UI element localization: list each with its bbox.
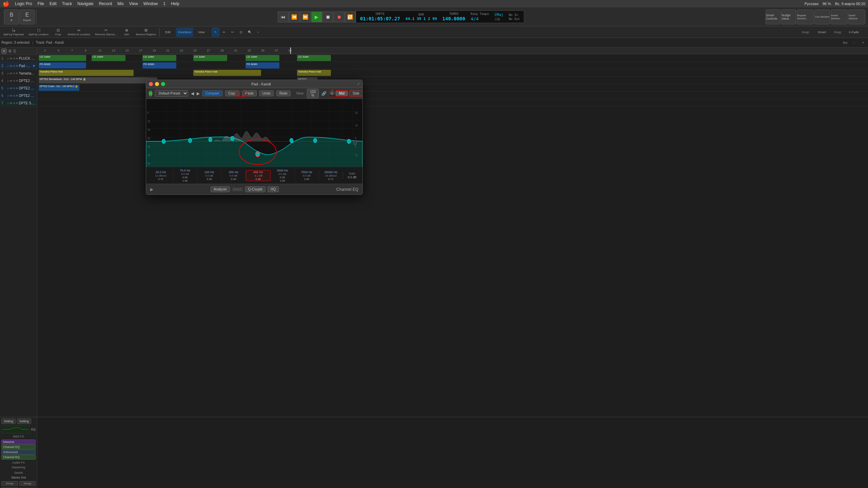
track-6-record[interactable]: R [16, 94, 18, 97]
eq-band-8-handle[interactable] [347, 139, 351, 144]
track-4[interactable]: 4 ♪ M S R DPTE2 B...140 BPM [0, 77, 37, 85]
region-dpte2-crash[interactable]: DPTE2 Crash - 011 - 140 BPM.2 🔒 [39, 85, 79, 91]
menu-edit[interactable]: Edit [50, 1, 57, 6]
channel-eq-plugin-1[interactable]: Channel EQ [1, 445, 36, 449]
region-yamaha-1[interactable]: Yamaha Piano Hall [39, 70, 134, 76]
repeat-section-button[interactable]: Repeat Section [797, 9, 814, 24]
group-button[interactable]: Group [1, 481, 18, 486]
menu-navigate[interactable]: Navigate [77, 1, 93, 6]
track-6-solo[interactable]: S [13, 94, 15, 97]
eq-preset-select[interactable]: Default Preset [155, 90, 188, 97]
track-7[interactable]: 7 ♪ M S R DPTE S...rop - 028 [0, 100, 37, 107]
snap-select[interactable]: Smart [812, 27, 832, 37]
group-button-2[interactable]: Group [19, 481, 36, 486]
massive-plugin[interactable]: Massive [1, 440, 36, 444]
zoom-in-button[interactable]: + [860, 39, 867, 46]
region-ld-juliet-6[interactable]: LD Juliet [297, 55, 331, 61]
track-1[interactable]: 1 ♪ M S R PLUCK - Chilled [0, 55, 37, 62]
track-4-record[interactable]: R [16, 79, 18, 82]
stretch-to-locators-button[interactable]: ⇔ Stretch to Locators [65, 27, 92, 37]
eq-power-button[interactable]: ⏻ [149, 91, 152, 96]
record-button[interactable]: ⏺ [334, 12, 344, 22]
view-menu-button[interactable]: View [195, 27, 208, 37]
region-ld-juliet-2[interactable]: LD Juliet [92, 55, 125, 61]
track-4-mute[interactable]: M [10, 79, 12, 82]
track-5-solo[interactable]: S [13, 87, 15, 90]
functions-menu-button[interactable]: Functions [176, 27, 193, 37]
eq-gain-control[interactable] [353, 141, 357, 145]
remove-silence-button[interactable]: ✂ Remove Silence... [93, 27, 119, 37]
insert-silence-button[interactable]: Insert Silence [848, 9, 865, 24]
track-1-solo[interactable]: S [13, 57, 15, 60]
track-3[interactable]: 3 ♪ M S R Yamaha Piano Hall [0, 70, 37, 77]
analyzer-button[interactable]: Analyzer [211, 186, 230, 192]
drag-select[interactable]: X-Fade [844, 27, 864, 37]
region-dpte2-breakbeat-1[interactable]: DPTE2 Breakbeat - 013 - 140 BPM 🔒 [39, 77, 157, 83]
export-button[interactable]: E Export [20, 9, 35, 24]
track-5[interactable]: 5 ♪ M S R DPTE2 C...140 BPM [0, 85, 37, 92]
eq-band-3-handle[interactable] [209, 138, 212, 142]
play-button[interactable]: ▶ [311, 12, 322, 22]
eq-undo-button[interactable]: Undo [259, 90, 274, 96]
zoom-tool-button[interactable]: 🔍 [245, 27, 254, 37]
channel-eq-plugin-2[interactable]: Channel EQ [1, 455, 36, 460]
marquee-tool-button[interactable]: ⊡ [237, 27, 245, 37]
track-6-mute[interactable]: M [10, 94, 12, 97]
insert-section-button[interactable]: Insert Section [831, 9, 848, 24]
menu-mix[interactable]: Mix [117, 1, 124, 6]
region-ld-juliet-4[interactable]: LD Juliet [193, 55, 227, 61]
track-3-record[interactable]: R [16, 72, 18, 75]
eq-paste-button[interactable]: Paste [242, 90, 257, 96]
nudge-button[interactable]: Nudge Value [781, 9, 796, 24]
eq-window-close[interactable] [149, 82, 153, 86]
eq-copy-button[interactable]: Copy [225, 90, 239, 96]
eq-window-maximize[interactable] [161, 82, 165, 86]
track-7-solo[interactable]: S [13, 102, 15, 105]
hq-button[interactable]: HQ [268, 186, 279, 192]
track-5-record[interactable]: R [16, 87, 18, 90]
setting-2-button[interactable]: Setting [17, 419, 31, 424]
scissors-tool-button[interactable]: ✂ [229, 27, 237, 37]
region-pd-b080-2[interactable]: PD B080 [142, 62, 176, 68]
fast-back-button[interactable]: ⏪ [289, 12, 300, 22]
eq-mode-power[interactable]: ⏻ [330, 90, 335, 95]
split-by-locators-button[interactable]: ⏐⏐ Split by Locators [26, 27, 51, 37]
eq-band-4-handle[interactable] [231, 136, 234, 141]
pencil-tool-button[interactable]: ✏ [220, 27, 228, 37]
split-by-payhead-button[interactable]: ⏐▶ Split by Payhead [1, 27, 26, 37]
region-pd-b080-1[interactable]: PD B080 [39, 62, 86, 68]
track-7-record[interactable]: R [16, 102, 18, 105]
eq-view-percent[interactable]: 110 % [307, 89, 319, 98]
eq-next-button[interactable]: ▶ [197, 91, 200, 96]
menu-help[interactable]: Help [171, 1, 179, 6]
track-3-mute[interactable]: M [10, 72, 12, 75]
eq-side-button[interactable]: Side [349, 90, 363, 96]
arts-acoust-plugin[interactable]: ArtsAcoust [1, 450, 36, 454]
fast-forward-button[interactable]: ⏩ [300, 12, 311, 22]
cut-section-button[interactable]: Cut Section [814, 9, 830, 24]
stop-button[interactable]: ⏹ [322, 12, 333, 22]
eq-redo-button[interactable]: Redo [276, 90, 291, 96]
track-2-solo[interactable]: S [13, 64, 15, 67]
track-1-record[interactable]: R [16, 57, 18, 60]
bounce-regions-button[interactable]: ⊞ Bounce Regions [134, 27, 158, 37]
region-pd-b080-3[interactable]: PD B080 [245, 62, 279, 68]
smart-controls-button[interactable]: Smart Controls [766, 9, 781, 24]
eq-band-7-handle[interactable] [313, 138, 317, 143]
fade-tool-button[interactable]: ~ [254, 27, 262, 37]
eq-prev-button[interactable]: ◀ [191, 91, 194, 96]
eq-band-2-handle[interactable] [189, 138, 192, 143]
menu-file[interactable]: File [38, 1, 44, 6]
track-2[interactable]: 2 ♪ M S R Pad - Kandi ▼ [0, 62, 37, 70]
track-4-solo[interactable]: S [13, 79, 15, 82]
region-ld-juliet-5[interactable]: LD Juliet [245, 55, 279, 61]
track-3-solo[interactable]: S [13, 72, 15, 75]
eq-band-6-handle[interactable] [290, 138, 293, 143]
track-2-record[interactable]: R [16, 64, 18, 67]
eq-band-1-handle[interactable] [162, 139, 165, 144]
track-7-mute[interactable]: M [10, 102, 12, 105]
zoom-out-button[interactable]: - [850, 39, 857, 46]
eq-mid-button[interactable]: Mid [335, 90, 348, 96]
pointer-tool-button[interactable]: ↖ [212, 27, 220, 37]
cycle-button[interactable]: 🔁 [345, 12, 356, 22]
